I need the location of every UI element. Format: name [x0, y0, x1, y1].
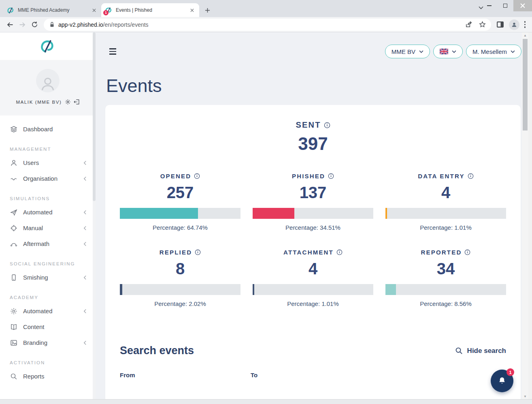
scroll-down-arrow[interactable]: ▼ — [522, 393, 528, 399]
progress-bar-fill — [253, 208, 294, 219]
info-icon[interactable] — [336, 249, 343, 255]
paper-plane-icon — [10, 208, 17, 216]
address-bar[interactable]: app-v2.phished.io/en/reports/events — [44, 19, 491, 31]
stat-value: 34 — [385, 260, 506, 278]
stat-phished: PHISHED 137 Percentage: 34.51% — [253, 173, 373, 231]
minimize-button[interactable] — [481, 0, 497, 11]
chevron-left-icon — [83, 210, 87, 215]
sidebar-item-label: Organisation — [23, 175, 57, 182]
stat-value: 4 — [253, 260, 373, 278]
hide-search-button[interactable]: Hide search — [455, 347, 506, 355]
forward-icon[interactable] — [16, 19, 28, 31]
scroll-up-arrow[interactable]: ▲ — [522, 32, 528, 38]
url-text: app-v2.phished.io/en/reports/events — [58, 21, 463, 28]
stat-label: OPENED — [160, 173, 192, 180]
browser-profile-avatar[interactable] — [509, 19, 519, 30]
hamburger-menu-icon[interactable] — [109, 48, 116, 54]
sidebar-item-label: Content — [23, 323, 45, 330]
window-right-edge — [528, 32, 532, 399]
avatar — [36, 69, 60, 92]
sidebar-item-label: Dashboard — [23, 126, 53, 133]
sidebar-item-branding[interactable]: Branding — [0, 335, 96, 351]
tab-close-icon[interactable] — [189, 7, 195, 13]
share-icon[interactable] — [463, 19, 475, 31]
stat-percentage: Percentage: 64.74% — [120, 224, 240, 231]
stat-label: PHISHED — [292, 173, 325, 180]
progress-bar-fill — [385, 284, 396, 295]
maximize-button[interactable] — [497, 0, 513, 11]
phished-logo[interactable] — [0, 32, 96, 60]
tab-events-phished[interactable]: 1 Events | Phished — [101, 3, 199, 17]
chevron-left-icon — [83, 340, 87, 345]
sidebar-item-content[interactable]: Content — [0, 319, 96, 335]
sidebar-section-activation: ACTIVATION — [0, 351, 96, 368]
sidebar-item-automated-simulations[interactable]: Automated — [0, 204, 96, 220]
tab-mme-phished-academy[interactable]: MME Phished Academy — [3, 3, 101, 17]
sidebar-scrollbar[interactable] — [93, 32, 96, 399]
sidebar-section-social-engineering: SOCIAL ENGINEERING — [0, 252, 96, 269]
stat-replied: REPLIED 8 Percentage: 2.02% — [120, 249, 240, 307]
language-selector[interactable] — [433, 45, 463, 58]
browser-menu-icon[interactable] — [522, 19, 528, 30]
sidebar-item-dashboard[interactable]: Dashboard — [0, 121, 96, 137]
image-icon — [10, 339, 17, 346]
stat-reported: REPORTED 34 Percentage: 8.56% — [385, 249, 506, 307]
progress-bar — [385, 208, 506, 219]
stat-value: 137 — [253, 184, 373, 202]
vertical-scrollbar[interactable]: ▲ ▼ — [522, 32, 528, 399]
info-icon[interactable] — [324, 122, 330, 128]
sidebar-item-users[interactable]: Users — [0, 155, 96, 171]
profile-name: MALIK (MME BV) — [16, 100, 62, 105]
user-selector-label: M. Mesellem — [472, 48, 507, 55]
sidebar: MALIK (MME BV) Dashboard MANAGEMEN — [0, 32, 96, 399]
scrollbar-thumb[interactable] — [523, 39, 528, 130]
progress-bar — [120, 208, 240, 219]
bookmark-star-icon[interactable] — [477, 19, 489, 31]
sidebar-item-aftermath[interactable]: Aftermath — [0, 236, 96, 252]
stat-data-entry: DATA ENTRY 4 Percentage: 1.01% — [385, 173, 506, 231]
organisation-icon — [10, 175, 17, 182]
info-icon[interactable] — [468, 173, 474, 179]
stat-percentage: Percentage: 1.01% — [253, 300, 373, 307]
new-tab-button[interactable] — [202, 4, 213, 16]
events-stats-card: SENT 397 OPENED 257 Percentage: 64.74% — [105, 105, 521, 399]
info-icon[interactable] — [194, 173, 200, 179]
sidebar-item-label: Users — [23, 159, 39, 166]
sidebar-item-organisation[interactable]: Organisation — [0, 171, 96, 186]
sidebar-item-label: Manual — [23, 224, 43, 231]
url-path: /en/reports/events — [103, 21, 149, 28]
logout-icon[interactable] — [74, 99, 80, 105]
search-events-title: Search events — [120, 344, 194, 357]
back-icon[interactable] — [4, 19, 16, 31]
notifications-bell-button[interactable]: 1 — [491, 370, 513, 392]
layers-icon — [10, 125, 17, 133]
sidebar-item-label: Automated — [23, 209, 53, 216]
sidebar-item-automated-academy[interactable]: Automated — [0, 303, 96, 319]
tab-close-icon[interactable] — [91, 7, 97, 13]
user-selector[interactable]: M. Mesellem — [466, 45, 521, 58]
info-icon[interactable] — [195, 249, 201, 255]
side-panel-icon[interactable] — [494, 19, 506, 31]
reload-icon[interactable] — [28, 19, 40, 31]
search-icon — [10, 372, 17, 380]
info-icon[interactable] — [464, 249, 470, 255]
sidebar-item-manual[interactable]: Manual — [0, 220, 96, 236]
stat-percentage: Percentage: 34.51% — [253, 224, 373, 231]
stat-sent: SENT 397 — [120, 120, 506, 154]
sidebar-item-smishing[interactable]: Smishing — [0, 269, 96, 285]
sidebar-item-reports[interactable]: Reports — [0, 368, 96, 384]
horizontal-scrollbar-track[interactable] — [0, 399, 532, 404]
chevron-left-icon — [83, 309, 87, 314]
chevron-left-icon — [83, 242, 87, 246]
organisation-selector[interactable]: MME BV — [385, 45, 430, 58]
sidebar-item-label: Aftermath — [23, 240, 49, 247]
stat-attachment: ATTACHMENT 4 Percentage: 1.01% — [253, 249, 373, 307]
page-title: Events — [106, 75, 532, 96]
close-button[interactable] — [513, 0, 532, 11]
stat-value: 397 — [120, 134, 506, 154]
chevron-left-icon — [83, 275, 87, 280]
hide-search-label: Hide search — [467, 347, 506, 355]
info-icon[interactable] — [328, 173, 334, 179]
sidebar-section-simulations: SIMULATIONS — [0, 186, 96, 204]
settings-gear-icon[interactable] — [65, 99, 71, 105]
